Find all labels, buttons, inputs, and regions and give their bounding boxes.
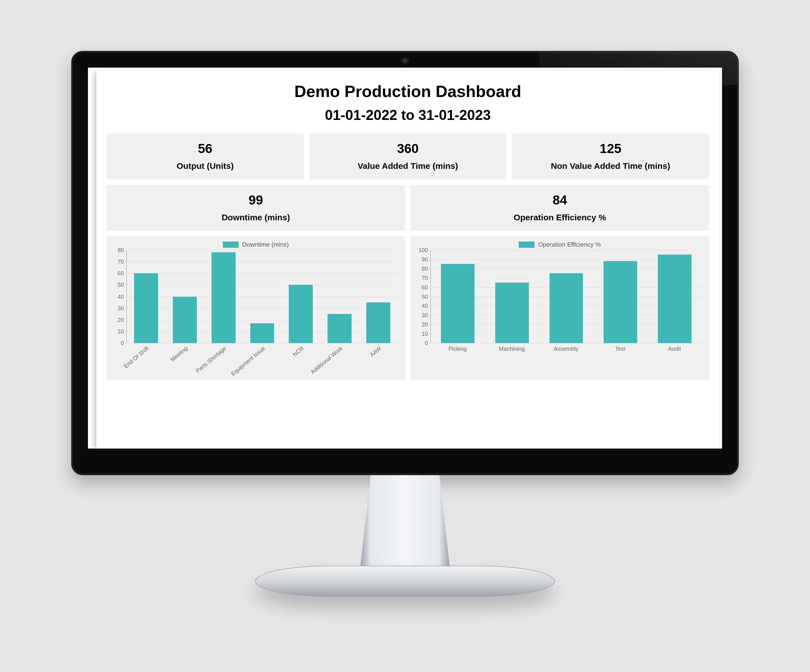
- monitor-bezel: Demo Production Dashboard 01-01-2022 to …: [71, 51, 739, 475]
- chart-bar: [658, 255, 692, 343]
- chart-plot-area: 01020304050607080: [127, 250, 398, 343]
- kpi-label: Downtime (mins): [110, 213, 402, 222]
- chart-y-tick-label: 100: [418, 247, 431, 253]
- chart-y-tick-label: 10: [422, 331, 431, 337]
- chart-legend: Downtime (mins): [112, 241, 400, 248]
- chart-downtime: Downtime (mins) 01020304050607080 End Of…: [106, 236, 405, 380]
- chart-bar-column: [647, 250, 702, 343]
- chart-bar-column: [165, 250, 204, 343]
- chart-bar: [550, 273, 583, 343]
- monitor-mockup: Demo Production Dashboard 01-01-2022 to …: [71, 51, 739, 622]
- kpi-value: 56: [110, 141, 301, 156]
- chart-bar: [289, 285, 313, 343]
- chart-y-tick-label: 20: [118, 316, 127, 323]
- chart-bar-column: [204, 250, 243, 343]
- kpi-operation-efficiency: 84 Operation Efficiency %: [411, 185, 709, 231]
- chart-y-tick-label: 50: [118, 282, 127, 288]
- chart-x-labels: End Of ShiftMeetingParts ShortageEquipme…: [127, 343, 398, 377]
- chart-x-tick-label: Machining: [485, 343, 539, 358]
- legend-swatch-icon: [519, 241, 535, 248]
- chart-bar: [441, 264, 474, 343]
- chart-bars: [127, 250, 398, 343]
- chart-bar-column: [127, 250, 165, 343]
- chart-bar-column: [485, 250, 539, 343]
- chart-bar-column: [539, 250, 593, 343]
- chart-y-tick-label: 70: [118, 258, 127, 265]
- kpi-label: Output (Units): [110, 161, 301, 171]
- chart-bar-column: [282, 250, 320, 343]
- kpi-value: 125: [515, 141, 706, 156]
- legend-swatch-icon: [223, 241, 239, 248]
- kpi-row-2: 99 Downtime (mins) 84 Operation Efficien…: [106, 185, 709, 231]
- chart-bar: [250, 323, 274, 343]
- kpi-label: Value Added Time (mins): [312, 161, 504, 171]
- kpi-output: 56 Output (Units): [106, 133, 304, 179]
- kpi-non-value-added-time: 125 Non Value Added Time (mins): [512, 133, 709, 179]
- webcam-icon: [402, 58, 408, 64]
- chart-y-tick-label: 20: [422, 321, 431, 328]
- dashboard-page: Demo Production Dashboard 01-01-2022 to …: [96, 71, 719, 449]
- chart-x-tick-label: End Of Shift: [127, 343, 165, 377]
- kpi-value: 360: [312, 141, 504, 156]
- kpi-value: 99: [110, 192, 402, 208]
- chart-bar-column: [243, 250, 282, 343]
- chart-bar: [134, 273, 158, 343]
- chart-bar: [211, 252, 236, 343]
- charts-row: Downtime (mins) 01020304050607080 End Of…: [106, 236, 709, 380]
- monitor-stand-neck: [360, 475, 450, 571]
- chart-bar-column: [359, 250, 398, 343]
- chart-y-tick-label: 30: [118, 305, 127, 311]
- screen: Demo Production Dashboard 01-01-2022 to …: [88, 68, 722, 449]
- chart-y-tick-label: 40: [422, 302, 431, 309]
- chart-x-tick-label: Equipment Issue: [243, 343, 282, 377]
- chart-bar: [173, 297, 197, 343]
- chart-y-tick-label: 60: [118, 270, 127, 277]
- chart-x-tick-label: Additional Work: [320, 343, 359, 377]
- monitor-stand-foot: [255, 566, 555, 597]
- chart-bar: [327, 314, 351, 343]
- kpi-downtime: 99 Downtime (mins): [106, 185, 405, 231]
- chart-y-tick-label: 40: [118, 293, 127, 300]
- chart-legend: Operation Efficiency %: [416, 241, 704, 248]
- monitor-stand: [71, 475, 739, 622]
- chart-y-tick-label: 30: [422, 312, 431, 319]
- chart-x-tick-label: Picking: [430, 343, 485, 358]
- chart-y-tick-label: 80: [422, 265, 431, 272]
- chart-bar-column: [431, 250, 485, 343]
- chart-y-tick-label: 80: [118, 247, 127, 253]
- chart-y-tick-label: 60: [422, 284, 431, 290]
- chart-operation-efficiency: Operation Efficiency % 01020304050607080…: [411, 236, 709, 380]
- chart-bar: [366, 302, 390, 343]
- legend-label: Downtime (mins): [242, 241, 289, 248]
- page-title: Demo Production Dashboard: [106, 82, 709, 101]
- legend-label: Operation Efficiency %: [538, 241, 601, 248]
- chart-bars: [431, 250, 702, 343]
- kpi-row-1: 56 Output (Units) 360 Value Added Time (…: [106, 133, 709, 179]
- chart-x-tick-label: AAW: [359, 343, 398, 377]
- chart-bar: [495, 282, 529, 343]
- chart-y-tick-label: 50: [422, 293, 431, 300]
- kpi-value-added-time: 360 Value Added Time (mins): [309, 133, 506, 179]
- date-range: 01-01-2022 to 31-01-2023: [106, 107, 709, 123]
- chart-x-tick-label: Assembly: [539, 343, 593, 358]
- chart-y-tick-label: 90: [422, 256, 431, 262]
- chart-x-tick-label: Test: [593, 343, 647, 358]
- chart-y-tick-label: 70: [422, 275, 431, 281]
- kpi-label: Non Value Added Time (mins): [515, 161, 706, 171]
- chart-bar-column: [593, 250, 648, 343]
- chart-x-tick-label: Audit: [647, 343, 702, 358]
- chart-plot-area: 0102030405060708090100: [430, 250, 702, 343]
- kpi-label: Operation Efficiency %: [413, 213, 706, 222]
- chart-y-tick-label: 0: [425, 340, 431, 346]
- stage: Demo Production Dashboard 01-01-2022 to …: [0, 0, 810, 672]
- chart-x-labels: PickingMachiningAssemblyTestAudit: [430, 343, 702, 358]
- chart-y-tick-label: 0: [121, 340, 127, 346]
- chart-bar-column: [320, 250, 359, 343]
- chart-bar: [604, 261, 637, 343]
- chart-y-tick-label: 10: [118, 328, 127, 334]
- kpi-value: 84: [413, 192, 706, 208]
